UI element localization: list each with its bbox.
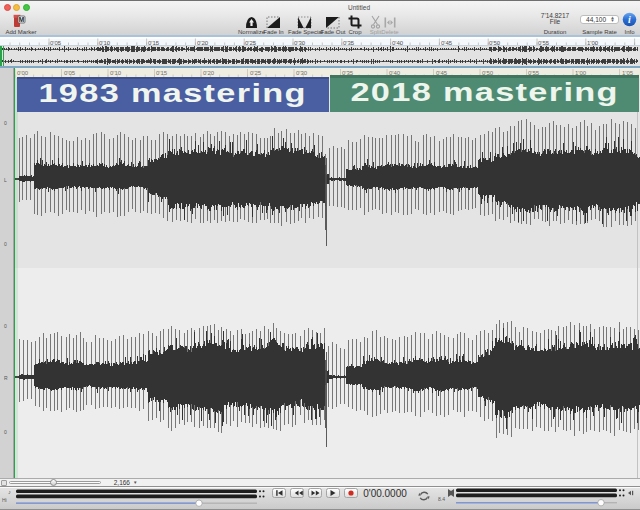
svg-text:Hi: Hi <box>2 497 7 503</box>
svg-text:♪: ♪ <box>8 489 11 495</box>
svg-text:8.4: 8.4 <box>438 496 445 502</box>
